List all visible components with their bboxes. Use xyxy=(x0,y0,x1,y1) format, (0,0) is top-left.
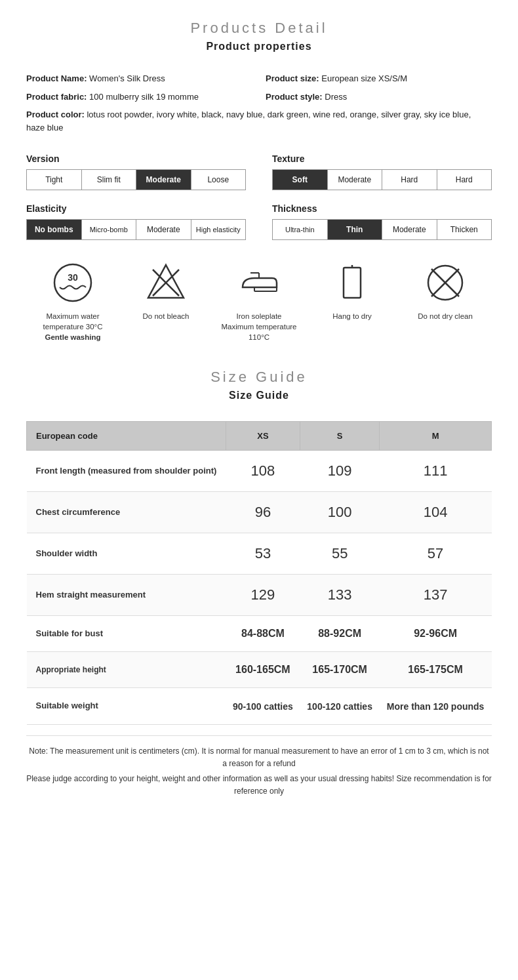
val-shoulder-xs: 53 xyxy=(226,533,300,575)
version-scale: Tight Slim fit Moderate Loose xyxy=(26,169,246,190)
iron-icon xyxy=(236,260,282,306)
texture-hard2: Hard xyxy=(437,170,492,190)
size-guide-title-light: Size Guide xyxy=(26,369,492,386)
thickness-block: Thickness Ultra-thin Thin Moderate Thick… xyxy=(272,203,492,240)
val-front-length-s: 109 xyxy=(300,451,380,492)
product-name: Product Name: Women's Silk Dress xyxy=(26,72,252,85)
val-weight-m: More than 120 pounds xyxy=(380,688,492,724)
note-2: Please judge according to your height, w… xyxy=(26,773,492,798)
product-style: Product style: Dress xyxy=(266,91,492,104)
label-shoulder: Shoulder width xyxy=(27,533,226,575)
products-detail-title: Products Detail Product properties xyxy=(26,20,492,52)
product-info: Product Name: Women's Silk Dress Product… xyxy=(26,72,492,134)
page-wrapper: Products Detail Product properties Produ… xyxy=(0,0,518,820)
elasticity-micro-bomb: Micro-bomb xyxy=(82,220,137,239)
svg-text:30: 30 xyxy=(68,272,78,283)
label-bust: Suitable for bust xyxy=(27,616,226,652)
thickness-moderate: Moderate xyxy=(382,220,437,239)
care-icons-section: 30 Maximum water temperature 30°C Gentle… xyxy=(26,260,492,342)
val-weight-s: 100-120 catties xyxy=(300,688,380,724)
table-row-front-length: Front length (measured from shoulder poi… xyxy=(27,451,492,492)
label-chest: Chest circumference xyxy=(27,492,226,533)
care-hang-dry: Hang to dry xyxy=(313,260,391,321)
label-weight: Suitable weight xyxy=(27,688,226,724)
val-weight-xs: 90-100 catties xyxy=(226,688,300,724)
thickness-scale: Ultra-thin Thin Moderate Thicken xyxy=(272,219,492,240)
table-row-shoulder: Shoulder width 53 55 57 xyxy=(27,533,492,575)
label-hem: Hem straight measurement xyxy=(27,575,226,616)
version-loose: Loose xyxy=(191,170,246,190)
val-hem-s: 133 xyxy=(300,575,380,616)
elasticity-moderate: Moderate xyxy=(136,220,191,239)
attributes-section: Version Tight Slim fit Moderate Loose Te… xyxy=(26,153,492,240)
label-height: Appropriate height xyxy=(27,652,226,688)
thickness-label: Thickness xyxy=(272,203,492,214)
thickness-thicken: Thicken xyxy=(437,220,492,239)
care-iron: Iron soleplate Maximum temperature 110°C xyxy=(220,260,298,342)
product-color: Product color: lotus root powder, ivory … xyxy=(26,108,492,134)
label-front-length: Front length (measured from shoulder poi… xyxy=(27,451,226,492)
val-height-xs: 160-165CM xyxy=(226,652,300,688)
svg-rect-8 xyxy=(344,268,361,298)
table-row-weight: Suitable weight 90-100 catties 100-120 c… xyxy=(27,688,492,724)
version-label: Version xyxy=(26,153,246,164)
val-hem-m: 137 xyxy=(380,575,492,616)
col-header-s: S xyxy=(300,422,380,451)
hang-dry-icon xyxy=(329,260,375,306)
texture-label: Texture xyxy=(272,153,492,164)
no-bleach-icon xyxy=(143,260,189,306)
col-header-m: M xyxy=(380,422,492,451)
val-chest-xs: 96 xyxy=(226,492,300,533)
notes-section: Note: The measurement unit is centimeter… xyxy=(26,735,492,798)
size-guide-section: Size Guide Size Guide European code XS S… xyxy=(26,369,492,798)
gentle-wash-icon: 30 xyxy=(50,260,96,306)
val-bust-m: 92-96CM xyxy=(380,616,492,652)
elasticity-no-bombs: No bombs xyxy=(27,220,82,239)
table-row-chest: Chest circumference 96 100 104 xyxy=(27,492,492,533)
care-gentle-wash: 30 Maximum water temperature 30°C Gentle… xyxy=(33,260,112,342)
version-slim-fit: Slim fit xyxy=(82,170,137,190)
val-chest-s: 100 xyxy=(300,492,380,533)
table-row-height: Appropriate height 160-165CM 165-170CM 1… xyxy=(27,652,492,688)
product-fabric: Product fabric: 100 mulberry silk 19 mom… xyxy=(26,91,252,104)
care-no-bleach: Do not bleach xyxy=(127,260,205,321)
val-shoulder-m: 57 xyxy=(380,533,492,575)
products-detail-title-bold: Product properties xyxy=(26,41,492,52)
care-no-dry-clean: Do not dry clean xyxy=(406,260,485,321)
table-row-hem: Hem straight measurement 129 133 137 xyxy=(27,575,492,616)
texture-scale: Soft Moderate Hard Hard xyxy=(272,169,492,190)
val-shoulder-s: 55 xyxy=(300,533,380,575)
svg-rect-5 xyxy=(254,287,277,291)
thickness-ultra-thin: Ultra-thin xyxy=(273,220,328,239)
col-header-xs: XS xyxy=(226,422,300,451)
version-tight: Tight xyxy=(27,170,82,190)
version-block: Version Tight Slim fit Moderate Loose xyxy=(26,153,246,190)
val-bust-s: 88-92CM xyxy=(300,616,380,652)
note-1: Note: The measurement unit is centimeter… xyxy=(26,745,492,770)
texture-soft: Soft xyxy=(273,170,328,190)
val-front-length-xs: 108 xyxy=(226,451,300,492)
texture-moderate: Moderate xyxy=(328,170,383,190)
thickness-thin: Thin xyxy=(328,220,383,239)
val-bust-xs: 84-88CM xyxy=(226,616,300,652)
svg-point-0 xyxy=(54,264,91,301)
texture-block: Texture Soft Moderate Hard Hard xyxy=(272,153,492,190)
elasticity-label: Elasticity xyxy=(26,203,246,214)
col-header-european-code: European code xyxy=(27,422,226,451)
product-size: Product size: European size XS/S/M xyxy=(266,72,492,85)
val-chest-m: 104 xyxy=(380,492,492,533)
size-table: European code XS S M Front length (measu… xyxy=(26,421,492,724)
no-dry-clean-icon xyxy=(422,260,468,306)
val-height-m: 165-175CM xyxy=(380,652,492,688)
val-front-length-m: 111 xyxy=(380,451,492,492)
texture-hard1: Hard xyxy=(382,170,437,190)
version-moderate: Moderate xyxy=(136,170,191,190)
table-row-bust: Suitable for bust 84-88CM 88-92CM 92-96C… xyxy=(27,616,492,652)
size-guide-title-bold: Size Guide xyxy=(26,390,492,401)
val-height-s: 165-170CM xyxy=(300,652,380,688)
products-detail-title-light: Products Detail xyxy=(26,20,492,37)
elasticity-scale: No bombs Micro-bomb Moderate High elasti… xyxy=(26,219,246,240)
elasticity-high: High elasticity xyxy=(191,220,246,239)
val-hem-xs: 129 xyxy=(226,575,300,616)
elasticity-block: Elasticity No bombs Micro-bomb Moderate … xyxy=(26,203,246,240)
